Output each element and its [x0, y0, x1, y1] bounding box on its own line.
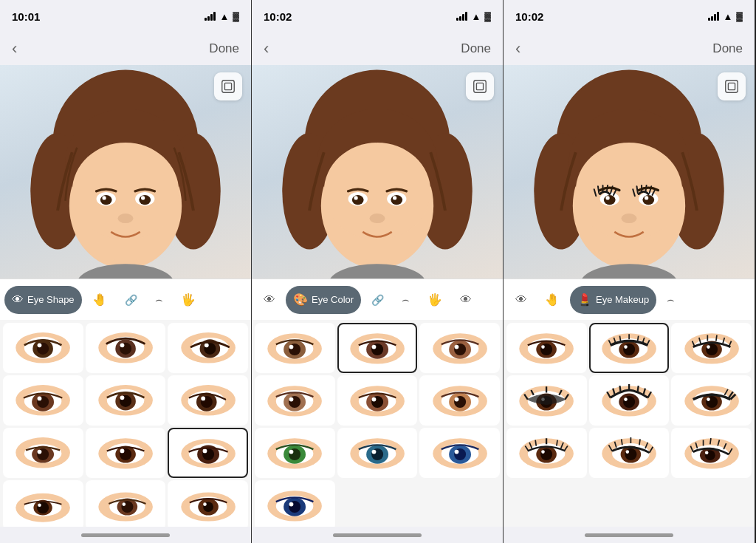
- svg-line-256: [535, 440, 536, 446]
- color-cell-5[interactable]: [419, 375, 500, 426]
- brow-tab-icon-3: ⌢: [667, 293, 675, 307]
- makeup-cell-3[interactable]: [506, 375, 587, 426]
- preview-icon-2[interactable]: [466, 72, 494, 100]
- eye-cell-2[interactable]: [168, 323, 248, 373]
- makeup-cell-2[interactable]: [671, 323, 752, 373]
- svg-point-123: [329, 264, 425, 279]
- color-cell-9[interactable]: [255, 480, 335, 527]
- svg-point-158: [289, 450, 294, 454]
- svg-point-168: [454, 450, 458, 454]
- tab-brow-2[interactable]: ⌢: [394, 286, 417, 314]
- preview-icon-3[interactable]: [718, 72, 746, 100]
- svg-point-173: [289, 502, 294, 507]
- svg-point-199: [623, 344, 635, 355]
- eye-cell-9[interactable]: [3, 480, 83, 527]
- tab-eye-shape-3[interactable]: 👁: [508, 286, 535, 314]
- tab-eye-2b[interactable]: 👁: [453, 286, 479, 314]
- eye-cell-5[interactable]: [168, 375, 248, 426]
- wifi-icon-2: ▲: [471, 11, 481, 22]
- eye-cell-1[interactable]: [86, 323, 166, 373]
- makeup-cell-5[interactable]: [671, 375, 752, 426]
- color-cell-0[interactable]: [255, 323, 335, 373]
- tab-ear-1[interactable]: 🖐: [173, 286, 203, 314]
- back-button-3[interactable]: ‹: [515, 39, 520, 58]
- home-indicator-2: [252, 527, 503, 543]
- svg-point-253: [541, 450, 545, 454]
- panel-3: 10:02 ▲ ▓ ‹ Done: [504, 0, 755, 543]
- status-icons-1: ▲ ▓: [205, 11, 239, 22]
- svg-point-187: [645, 196, 648, 199]
- color-cell-7[interactable]: [337, 428, 418, 478]
- tab-brow-1[interactable]: ⌢: [148, 286, 171, 314]
- eye-grid-2: [255, 323, 500, 527]
- back-button-1[interactable]: ‹: [12, 39, 17, 58]
- time-3: 10:02: [515, 10, 543, 23]
- eye-cell-7[interactable]: [86, 428, 166, 478]
- svg-line-268: [622, 439, 622, 445]
- svg-point-119: [354, 196, 357, 199]
- makeup-cell-6[interactable]: [506, 428, 587, 478]
- color-cell-2[interactable]: [419, 323, 500, 373]
- tab-eyebrow-1[interactable]: 🤚: [85, 286, 114, 314]
- tab-lash-1[interactable]: 🔗: [117, 286, 145, 314]
- tab-eye-shape[interactable]: 👁 Eye Shape: [4, 286, 82, 314]
- svg-point-13: [141, 196, 145, 199]
- top-nav-2: ‹ Done: [252, 33, 503, 65]
- eye-cell-0[interactable]: [3, 323, 83, 373]
- tab-ear-2[interactable]: 🖐: [420, 286, 450, 314]
- tab-lash-2[interactable]: 🔗: [364, 286, 391, 314]
- eye-cell-3[interactable]: [3, 375, 83, 426]
- svg-point-245: [707, 397, 710, 401]
- color-cell-8[interactable]: [419, 428, 500, 478]
- svg-point-114: [324, 143, 431, 239]
- tab-eye-color[interactable]: 🎨 Eye Color: [286, 286, 361, 314]
- svg-rect-174: [726, 81, 738, 93]
- svg-point-65: [37, 502, 49, 513]
- svg-point-70: [121, 501, 133, 513]
- svg-point-181: [576, 143, 683, 239]
- tab-bar-3: 👁 🤚 💄 Eye Makeup ⌢: [504, 279, 755, 320]
- lash-tab-icon-1: 🔗: [125, 294, 137, 306]
- svg-line-216: [715, 335, 716, 341]
- tab-eye-shape-2[interactable]: 👁: [256, 286, 283, 314]
- color-cell-6[interactable]: [255, 428, 335, 478]
- status-icons-2: ▲ ▓: [456, 11, 491, 22]
- eye-cell-11[interactable]: [168, 480, 248, 527]
- makeup-cell-7[interactable]: [589, 428, 670, 478]
- svg-line-236: [619, 386, 620, 392]
- svg-point-200: [624, 345, 628, 349]
- preview-icon-1[interactable]: [214, 72, 242, 100]
- preview-svg-2: [472, 78, 488, 95]
- svg-point-66: [38, 503, 41, 507]
- makeup-cell-1[interactable]: [589, 323, 670, 373]
- time-2: 10:02: [264, 10, 292, 23]
- color-cell-3[interactable]: [255, 375, 335, 426]
- done-button-3[interactable]: Done: [712, 41, 743, 56]
- eye-cell-6[interactable]: [3, 428, 83, 478]
- svg-rect-175: [728, 83, 735, 89]
- done-button-2[interactable]: Done: [461, 41, 491, 56]
- wifi-icon-1: ▲: [219, 11, 229, 22]
- back-button-2[interactable]: ‹: [264, 39, 269, 58]
- svg-point-277: [704, 451, 708, 454]
- makeup-cell-8[interactable]: [671, 428, 752, 478]
- eye-cell-8[interactable]: [168, 428, 248, 478]
- eye-cell-10[interactable]: [86, 480, 166, 527]
- color-cell-1[interactable]: [337, 323, 418, 373]
- tab-eye-makeup[interactable]: 💄 Eye Makeup: [570, 286, 656, 314]
- home-bar-1: [81, 533, 170, 537]
- makeup-cell-0[interactable]: [506, 323, 587, 373]
- tab-eyebrow-3[interactable]: 🤚: [537, 286, 567, 314]
- eye-cell-4[interactable]: [86, 375, 166, 426]
- tab-brow-3[interactable]: ⌢: [659, 286, 682, 314]
- svg-point-76: [203, 502, 207, 506]
- eye-grid-1: [3, 323, 248, 527]
- done-button-1[interactable]: Done: [209, 41, 239, 56]
- makeup-cell-4[interactable]: [589, 375, 670, 426]
- color-cell-4[interactable]: [337, 375, 418, 426]
- svg-point-128: [289, 345, 294, 349]
- svg-point-11: [139, 195, 151, 205]
- svg-point-26: [120, 344, 125, 348]
- eye-tab-icon-2b: 👁: [460, 293, 472, 307]
- svg-point-46: [201, 397, 205, 401]
